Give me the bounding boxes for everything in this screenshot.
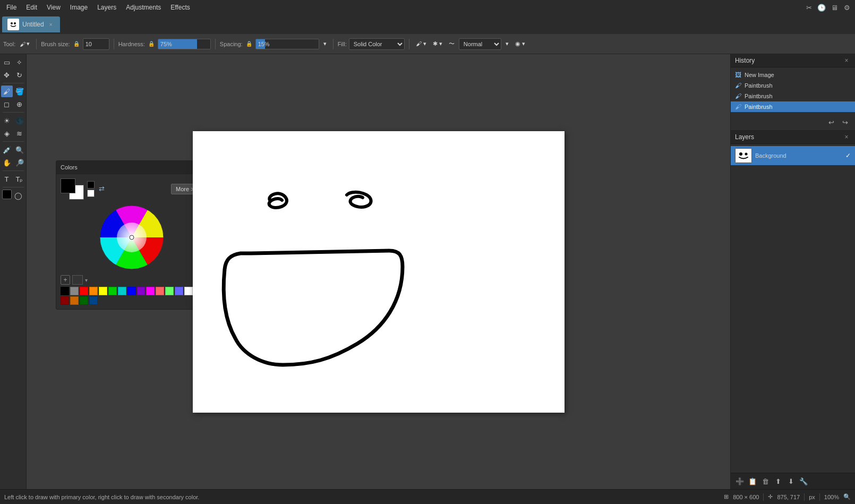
toolbox-sep-5 <box>3 187 24 187</box>
zoom-icon: 🔍 <box>843 493 851 500</box>
palette-sky[interactable] <box>175 287 183 295</box>
fg-color-swatch[interactable] <box>2 190 12 199</box>
lasso-tool[interactable]: ⟡ <box>14 56 25 68</box>
add-color-button[interactable]: + <box>61 275 70 285</box>
paintbrush-tool[interactable]: 🖌 <box>1 86 13 97</box>
tray-icon-2[interactable]: 🕒 <box>817 3 826 12</box>
palette-arrow[interactable]: ▾ <box>85 277 88 283</box>
palette-green[interactable] <box>108 287 117 295</box>
dodge-tool[interactable]: ☀ <box>1 115 13 126</box>
history-item-2[interactable]: 🖌 Paintbrush <box>731 91 855 101</box>
sharpen-tool[interactable]: ◈ <box>1 127 13 139</box>
text-tool[interactable]: T <box>1 173 13 185</box>
clone-tool[interactable]: ⊕ <box>14 98 25 110</box>
mode-options-btn[interactable]: ▾ <box>503 39 511 48</box>
undo-button[interactable]: ↩ <box>825 116 837 128</box>
palette-yellow[interactable] <box>99 287 107 295</box>
cursor-position: 875, 717 <box>777 494 800 500</box>
primary-color-swatch[interactable] <box>61 178 75 193</box>
history-icon-3: 🖌 <box>735 103 741 110</box>
delete-layer-button[interactable]: 🗑 <box>759 475 771 487</box>
palette-orange[interactable] <box>89 287 98 295</box>
smoothing-btn[interactable]: 〜 <box>447 39 457 49</box>
colors-panel-title: Colors <box>61 164 78 170</box>
hardness-slider[interactable]: 75% <box>158 39 211 49</box>
eyedropper-tool[interactable]: 🔍 <box>14 144 25 156</box>
mini-bg-swatch[interactable] <box>87 190 95 197</box>
layer-properties-button[interactable]: 🔧 <box>798 475 809 487</box>
tray-icon-3[interactable]: 🖥 <box>830 3 839 12</box>
history-item-0[interactable]: 🖼 New Image <box>731 70 855 80</box>
swap-colors-icon[interactable]: ⇄ <box>99 185 107 193</box>
canvas-area[interactable]: Colors × ⇄ More >> <box>27 54 730 489</box>
brush-size-input[interactable] <box>83 38 109 50</box>
options-toolbar: Tool: 🖌 ▾ Brush size: 🔒 Hardness: 🔒 75% … <box>0 34 855 54</box>
menu-layers[interactable]: Layers <box>93 2 121 13</box>
palette-blue[interactable] <box>127 287 136 295</box>
main-area: ▭ ⟡ ✥ ↻ 🖌 🪣 ◻ ⊕ ☀ 🌑 ◈ ≋ 💉 🔍 <box>0 54 855 489</box>
move-layer-down-button[interactable]: ⬇ <box>785 475 797 487</box>
layer-item-background[interactable]: Background ✓ <box>731 146 855 165</box>
layers-panel-close[interactable]: × <box>842 133 851 141</box>
text-path-tool[interactable]: Tₚ <box>14 173 25 185</box>
drawing-canvas[interactable] <box>193 131 565 413</box>
palette-salmon[interactable] <box>156 287 164 295</box>
history-panel-close[interactable]: × <box>842 56 851 65</box>
history-item-1[interactable]: 🖌 Paintbrush <box>731 80 855 91</box>
tool-group-color: 💉 🔍 <box>1 144 25 156</box>
current-palette-swatch[interactable] <box>72 275 83 285</box>
color-palette-row <box>61 287 202 295</box>
move-layer-up-button[interactable]: ⬆ <box>772 475 784 487</box>
rotate-tool[interactable]: ↻ <box>14 69 25 81</box>
blend-mode-select[interactable]: Normal Multiply Screen Overlay <box>459 38 501 50</box>
tool-picker-button[interactable]: 🖌 ▾ <box>18 39 32 48</box>
mini-fg-swatch[interactable] <box>87 181 95 189</box>
rectangle-select-tool[interactable]: ▭ <box>1 56 13 68</box>
palette-lime[interactable] <box>165 287 174 295</box>
burn-tool[interactable]: 🌑 <box>14 115 25 126</box>
copy-layer-button[interactable]: 📋 <box>747 475 758 487</box>
palette-purple[interactable] <box>137 287 146 295</box>
menu-adjustments[interactable]: Adjustments <box>122 2 165 13</box>
fill-tool[interactable]: 🪣 <box>14 86 25 97</box>
palette-teal[interactable] <box>118 287 126 295</box>
eraser-tool[interactable]: ◻ <box>1 98 13 110</box>
tab-close-button[interactable]: × <box>47 21 55 28</box>
palette-navy[interactable] <box>89 296 98 305</box>
history-icon-2: 🖌 <box>735 92 741 100</box>
palette-dk-red[interactable] <box>61 296 69 305</box>
brush-options-btn[interactable]: 🖌 ▾ <box>414 39 429 48</box>
dynamics-btn[interactable]: ✱ ▾ <box>431 39 444 48</box>
palette-white[interactable] <box>184 287 193 295</box>
menu-file[interactable]: File <box>2 2 21 13</box>
palette-brown[interactable] <box>70 296 79 305</box>
fill-select[interactable]: Solid Color Pattern Gradient <box>349 38 405 50</box>
redo-button[interactable]: ↪ <box>839 116 851 128</box>
document-tab[interactable]: Untitled × <box>2 16 60 32</box>
tray-icon-4[interactable]: ⚙ <box>842 3 852 12</box>
palette-gray[interactable] <box>70 287 79 295</box>
menu-image[interactable]: Image <box>66 2 92 13</box>
hand-tool[interactable]: ✋ <box>1 157 13 168</box>
spacing-expand-button[interactable]: ▾ <box>321 39 329 48</box>
menu-edit[interactable]: Edit <box>22 2 41 13</box>
palette-red[interactable] <box>80 287 88 295</box>
menu-view[interactable]: View <box>42 2 65 13</box>
zoom-tool[interactable]: 🔎 <box>14 157 25 168</box>
add-layer-button[interactable]: ➕ <box>734 475 746 487</box>
palette-black[interactable] <box>61 287 69 295</box>
spacing-slider[interactable]: 15% <box>255 39 319 49</box>
palette-dk-green[interactable] <box>80 296 88 305</box>
ellipse-shape-tool[interactable]: ◯ <box>13 190 24 201</box>
history-item-3[interactable]: 🖌 Paintbrush <box>731 101 855 112</box>
color-wheel[interactable] <box>97 203 166 272</box>
tool-group-shape: ◯ <box>2 190 24 201</box>
opacity-btn[interactable]: ◉ ▾ <box>513 39 527 48</box>
move-tool[interactable]: ✥ <box>1 69 13 81</box>
tray-icon-1[interactable]: ✂ <box>804 3 814 12</box>
svg-rect-6 <box>736 149 751 163</box>
palette-magenta[interactable] <box>146 287 155 295</box>
color-picker-tool[interactable]: 💉 <box>1 144 13 156</box>
menu-effects[interactable]: Effects <box>166 2 194 13</box>
smear-tool[interactable]: ≋ <box>14 127 25 139</box>
